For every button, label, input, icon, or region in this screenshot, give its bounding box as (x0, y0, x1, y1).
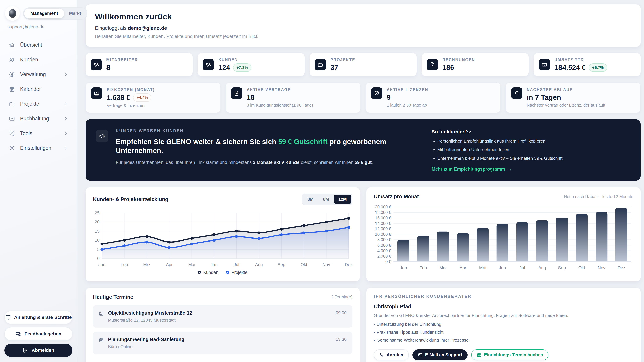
sidebar-item-kalender[interactable]: Kalender (5, 83, 72, 95)
svg-text:Okt: Okt (578, 266, 585, 270)
logout-button-label: Abmelden (32, 348, 54, 353)
appointment-title: Objektbesichtigung Musterstraße 12 (108, 310, 332, 316)
stat-label: FIXKOSTEN (MONAT) (107, 87, 155, 92)
banknote-icon (539, 59, 550, 70)
tab-management[interactable]: Management (24, 8, 64, 18)
feedback-button[interactable]: Feedback geben (4, 327, 72, 341)
email-support-button[interactable]: E-Mail an Support (412, 350, 468, 361)
svg-text:0 €: 0 € (386, 259, 391, 264)
users-icon (202, 59, 214, 70)
appointment-row[interactable]: Planungsmeeting Bad-Sanierung Büro / Onl… (93, 332, 352, 354)
development-line-chart: JanFebMrzAprMaiJunJulAugSepOktNovDez0510… (93, 210, 352, 268)
tab-markt[interactable]: Markt (64, 8, 86, 18)
svg-text:Sep: Sep (278, 262, 285, 267)
sidebar-item-einstellungen[interactable]: Einstellungen (5, 142, 72, 154)
sidebar-item-projekte[interactable]: Projekte (5, 98, 72, 110)
sidebar-item-buchhaltung[interactable]: Buchhaltung (5, 112, 72, 125)
how-step: Persönlichen Empfehlungslink aus Ihrem P… (437, 139, 630, 144)
advisor-bullet: • Gemeinsame Weiterentwicklung Ihrer Pro… (374, 338, 633, 343)
svg-text:12.000 €: 12.000 € (375, 227, 391, 231)
logout-button[interactable]: Abmelden (4, 344, 72, 357)
svg-text:Feb: Feb (420, 266, 427, 270)
svg-text:Jun: Jun (211, 262, 218, 267)
appointments-list: Objektbesichtigung Musterstraße 12 Muste… (93, 305, 352, 354)
body-bold1: 3 Monate aktiv Kunde (253, 160, 300, 165)
revenue-chart-subtitle: Netto nach Rabatt – letzte 12 Monate (564, 194, 633, 199)
range-6m-button[interactable]: 6M (318, 195, 333, 204)
sidebar-item-label: Projekte (20, 101, 59, 107)
stat-value: 184.524 € (554, 63, 586, 71)
sidebar: Management Markt support@gleno.de Übersi… (0, 0, 77, 362)
calendar-icon (98, 311, 104, 316)
appointment-time: 13:30 (336, 337, 347, 349)
stat-card-umsatz-ytd: UMSATZ YTD 184.524 € +6.7% (534, 53, 641, 76)
folder-icon (9, 101, 15, 107)
headline-accent: 59 € Gutschrift (278, 138, 328, 146)
legend-item-kunden: Kunden (198, 270, 218, 275)
svg-text:6.000 €: 6.000 € (377, 243, 391, 248)
chart-legend: Kunden Projekte (93, 270, 352, 275)
advisor-bullet: • Praxisnahe Tipps aus Kundensicht (374, 330, 633, 335)
gleno-logo (5, 6, 20, 21)
gear-icon (9, 145, 15, 151)
stat-value: 124 (218, 63, 230, 71)
referral-link-label: Mehr zum Empfehlungsprogramm (432, 167, 505, 172)
shield-check-icon (371, 87, 382, 99)
svg-text:Okt: Okt (300, 262, 307, 267)
stat-card-aktive-lizenzen: AKTIVE LIZENZEN 9 1 laufen ≤ 30 Tage ab (366, 82, 500, 113)
appointment-title: Planungsmeeting Bad-Sanierung (108, 337, 332, 342)
advisor-bullets: • Unterstützung bei der Einrichtung • Pr… (374, 322, 633, 343)
trend-badge: +4.4% (133, 93, 152, 102)
appointment-row[interactable]: Objektbesichtigung Musterstraße 12 Muste… (93, 305, 352, 328)
page-title: Willkommen zurück (95, 12, 631, 21)
sidebar-item-uebersicht[interactable]: Übersicht (5, 39, 72, 51)
referral-program-link[interactable]: Mehr zum Empfehlungsprogramm→ (432, 167, 512, 172)
stat-subtext: 1 laufen ≤ 30 Tage ab (387, 103, 428, 108)
body-post: . (372, 160, 373, 165)
stat-value: 1.638 € (107, 93, 130, 102)
svg-text:4.000 €: 4.000 € (377, 249, 391, 253)
trend-badge: +7.3% (233, 63, 252, 72)
svg-text:Aug: Aug (538, 266, 546, 270)
legend-label: Kunden (203, 270, 218, 275)
sidebar-nav: Übersicht Kunden Verwaltung Kalender Pro… (5, 39, 72, 154)
book-setup-appointment-button[interactable]: Einrichtungs-Termin buchen (471, 350, 548, 361)
guide-button[interactable]: Anleitung & erste Schritte (4, 311, 72, 324)
legend-item-projekte: Projekte (226, 270, 247, 275)
calendar-icon (477, 353, 482, 358)
sidebar-item-verwaltung[interactable]: Verwaltung (5, 68, 72, 81)
svg-text:18.000 €: 18.000 € (375, 210, 391, 215)
mode-switch: Management Markt (23, 7, 88, 19)
chevron-right-icon (64, 72, 68, 77)
range-toggle: 3M 6M 12M (302, 194, 352, 205)
gleno-logo-sphere (8, 9, 16, 18)
sidebar-item-tools[interactable]: Tools (5, 127, 72, 140)
banknote-icon (9, 115, 15, 122)
trend-badge: +6.7% (589, 63, 607, 72)
user-circle-icon (9, 71, 15, 78)
range-12m-button[interactable]: 12M (334, 195, 351, 204)
stat-value: in 7 Tagen (527, 93, 561, 101)
svg-text:Apr: Apr (166, 262, 173, 267)
welcome-subtitle: Behalten Sie Mitarbeiter, Kunden, Projek… (95, 34, 631, 39)
stat-label: UMSATZ YTD (554, 57, 607, 62)
legend-label: Projekte (232, 270, 247, 275)
svg-text:Mai: Mai (188, 262, 195, 267)
stat-card-projekte: PROJEKTE 37 (310, 53, 416, 76)
revenue-bar-chart: 0 €2.000 €4.000 €6.000 €8.000 €10.000 €1… (374, 204, 633, 271)
svg-text:14.000 €: 14.000 € (375, 221, 391, 226)
appointments-count: 2 Termin(e) (331, 295, 352, 300)
main-content: Willkommen zurück Eingeloggt als demo@gl… (77, 0, 644, 362)
support-email: support@gleno.de (8, 24, 72, 30)
phone-icon (379, 353, 384, 358)
call-button[interactable]: Anrufen (374, 350, 409, 361)
svg-text:10.000 €: 10.000 € (375, 232, 391, 237)
svg-text:Jan: Jan (400, 266, 407, 270)
sidebar-item-kunden[interactable]: Kunden (5, 53, 72, 66)
calendar-icon (9, 86, 15, 92)
stat-card-naechster-ablauf: NÄCHSTER ABLAUF in 7 Tagen Nächster Vert… (506, 82, 641, 113)
stat-card-aktive-vertraege: AKTIVE VERTRÄGE 18 3 im Kündigungsfenste… (226, 82, 360, 113)
svg-text:Mrz: Mrz (143, 262, 150, 267)
range-3m-button[interactable]: 3M (303, 195, 318, 204)
development-chart-title: Kunden- & Projektentwicklung (93, 196, 168, 202)
